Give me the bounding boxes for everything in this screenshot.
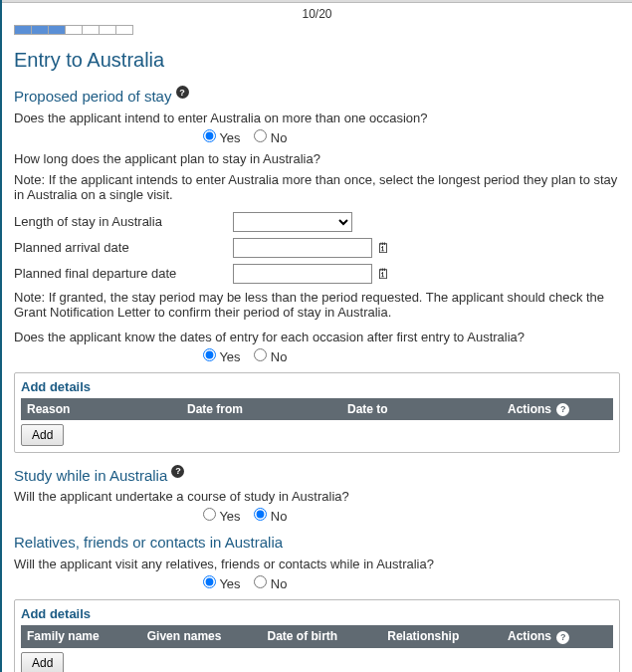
radio-dates-yes[interactable]: Yes [203, 349, 241, 364]
section-period-title: Proposed period of stay ? [14, 86, 620, 105]
question-dates-known: Does the applicant know the dates of ent… [14, 330, 620, 344]
radio-study-no[interactable]: No [254, 509, 287, 524]
arrival-date-input[interactable] [233, 238, 372, 258]
section-study-title: Study while in Australia ? [14, 465, 620, 484]
departure-label: Planned final departure date [14, 266, 233, 281]
radio-contacts: Yes No [14, 575, 620, 591]
field-length-of-stay: Length of stay in Australia [14, 212, 620, 232]
contacts-details-title: Add details [21, 606, 613, 621]
radio-contacts-yes[interactable]: Yes [203, 576, 241, 591]
radio-study: Yes No [14, 508, 620, 524]
section-study-label: Study while in Australia [14, 466, 167, 483]
add-contact-button[interactable]: Add [21, 652, 64, 672]
calendar-icon[interactable]: 🗓 [376, 240, 390, 256]
arrival-label: Planned arrival date [14, 240, 233, 255]
question-how-long: How long does the applicant plan to stay… [14, 151, 620, 166]
contacts-table-header: Family name Given names Date of birth Re… [21, 625, 613, 647]
contacts-details-box: Add details Family name Given names Date… [14, 599, 620, 672]
col-family-name: Family name [27, 629, 147, 643]
radio-multiple-yes[interactable]: Yes [203, 130, 241, 145]
col-dob: Date of birth [268, 629, 388, 643]
entries-table-header: Reason Date from Date to Actions ? [21, 398, 613, 420]
length-select[interactable] [233, 212, 352, 232]
page-title: Entry to Australia [14, 49, 620, 72]
add-entry-button[interactable]: Add [21, 424, 64, 446]
length-label: Length of stay in Australia [14, 214, 233, 229]
departure-date-input[interactable] [233, 264, 372, 284]
step-counter: 10/20 [14, 7, 620, 21]
radio-multiple-no[interactable]: No [254, 130, 287, 145]
field-arrival-date: Planned arrival date 🗓 [14, 238, 620, 258]
section-contacts-title: Relatives, friends or contacts in Austra… [14, 534, 620, 551]
col-actions: Actions ? [508, 402, 607, 416]
help-icon[interactable]: ? [171, 465, 184, 478]
field-departure-date: Planned final departure date 🗓 [14, 264, 620, 284]
radio-dates-known: Yes No [14, 348, 620, 364]
entries-details-title: Add details [21, 379, 613, 394]
radio-multiple-entry: Yes No [14, 129, 620, 145]
radio-dates-no[interactable]: No [254, 349, 287, 364]
col-actions: Actions ? [508, 629, 607, 643]
note-grant-letter: Note: If granted, the stay period may be… [14, 290, 620, 320]
help-icon[interactable]: ? [556, 403, 569, 416]
radio-study-yes[interactable]: Yes [203, 509, 241, 524]
section-period-label: Proposed period of stay [14, 88, 171, 105]
col-given-names: Given names [147, 629, 268, 643]
col-date-from: Date from [187, 402, 347, 416]
progress-bar [14, 25, 133, 35]
top-divider [2, 0, 632, 3]
col-relationship: Relationship [387, 629, 508, 643]
col-date-to: Date to [347, 402, 508, 416]
note-longest-period: Note: If the applicant intends to enter … [14, 172, 620, 202]
question-study: Will the applicant undertake a course of… [14, 489, 620, 504]
entries-details-box: Add details Reason Date from Date to Act… [14, 372, 620, 453]
help-icon[interactable]: ? [556, 631, 569, 644]
help-icon[interactable]: ? [176, 86, 189, 99]
question-multiple-entry: Does the applicant intend to enter Austr… [14, 111, 620, 125]
question-contacts: Will the applicant visit any relatives, … [14, 557, 620, 571]
col-reason: Reason [27, 402, 187, 416]
radio-contacts-no[interactable]: No [254, 576, 287, 591]
calendar-icon[interactable]: 🗓 [376, 266, 390, 282]
